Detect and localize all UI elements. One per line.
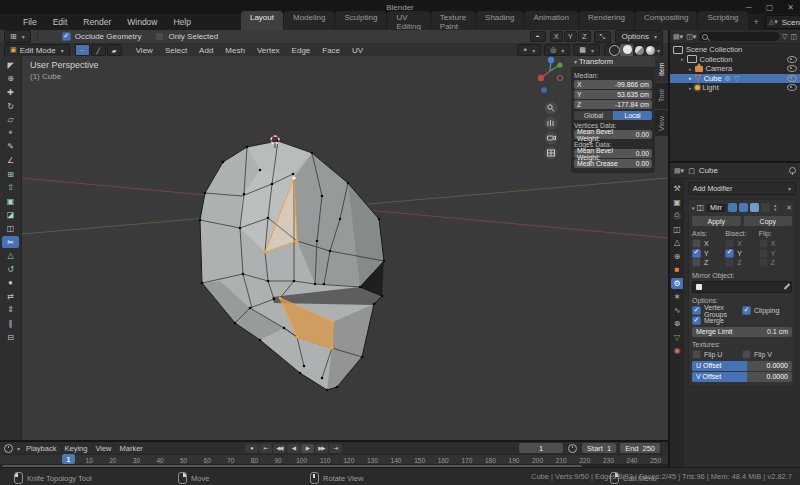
eyedropper-icon[interactable]: [784, 283, 790, 289]
mode-dropdown[interactable]: ▣ Edit Mode▾: [4, 44, 70, 57]
xray-icon[interactable]: ▩▾: [573, 44, 600, 56]
modifier-name-field[interactable]: Mirr: [706, 204, 726, 212]
mirror-y-button[interactable]: Y: [564, 31, 577, 42]
sidebar-tab-view[interactable]: View: [655, 110, 668, 136]
menu-render[interactable]: Render: [75, 17, 119, 27]
maximize-button[interactable]: ▢: [766, 3, 774, 12]
flip-u-checkbox[interactable]: [692, 350, 701, 359]
wireframe-shading-icon[interactable]: [609, 45, 620, 56]
u-offset-slider[interactable]: U Offset 0.0000: [692, 361, 792, 371]
sidebar-tab-item[interactable]: Item: [655, 56, 668, 82]
options-dropdown[interactable]: Options▾: [615, 30, 663, 43]
loop-cut-tool-button[interactable]: ◫: [2, 222, 19, 235]
overlays-icon[interactable]: ◎▾: [544, 44, 570, 56]
viewport-menu-uv[interactable]: UV: [346, 46, 369, 55]
properties-tab-material[interactable]: ◉: [671, 345, 683, 356]
vertex-groups-checkbox[interactable]: [692, 306, 701, 315]
global-button[interactable]: Global: [574, 111, 613, 120]
extrude-region-tool-button[interactable]: ⇧: [2, 181, 19, 194]
smooth-tool-button[interactable]: ●: [2, 277, 19, 290]
viewport-menu-mesh[interactable]: Mesh: [219, 46, 251, 55]
frame-start-field[interactable]: Start 1: [582, 443, 616, 453]
flip-v-checkbox[interactable]: [742, 350, 751, 359]
show-render-toggle[interactable]: [750, 203, 759, 212]
show-in-editmode-toggle[interactable]: [728, 203, 737, 212]
menu-window[interactable]: Window: [119, 17, 165, 27]
measure-tool-button[interactable]: ∠: [2, 154, 19, 167]
disclosure-icon[interactable]: ▸: [689, 66, 692, 72]
outliner-filter-mode-icon[interactable]: ◫▾: [686, 33, 696, 41]
median-z-field[interactable]: Z-177.84 cm: [574, 100, 652, 109]
axis-x-checkbox[interactable]: [692, 239, 701, 248]
outliner-row-camera[interactable]: ▸Camera: [670, 64, 800, 74]
outliner-row-light[interactable]: ▸Light: [670, 83, 800, 93]
bisect-z-checkbox[interactable]: [725, 258, 734, 267]
show-realtime-toggle[interactable]: [739, 203, 748, 212]
active-tool-icon[interactable]: ⊞▾: [4, 30, 31, 43]
properties-tab-physics[interactable]: ∿: [671, 305, 683, 316]
flip-z-checkbox[interactable]: [759, 258, 768, 267]
properties-tab-modifiers[interactable]: ⚙: [671, 278, 683, 289]
viewport-menu-vertex[interactable]: Vertex: [251, 46, 286, 55]
visibility-eye-icon[interactable]: [787, 65, 797, 72]
spin-tool-button[interactable]: ↺: [2, 263, 19, 276]
viewport-menu-view[interactable]: View: [130, 46, 159, 55]
pin-icon[interactable]: [789, 167, 796, 174]
timeline-menu-marker[interactable]: Marker: [116, 444, 147, 453]
timeline-ruler[interactable]: 1 10203040506070809010011012013014015016…: [0, 454, 668, 464]
bisect-x-checkbox[interactable]: [725, 239, 734, 248]
properties-tab-view-layer[interactable]: ◫: [671, 224, 683, 235]
play-reverse-button[interactable]: ◀: [287, 444, 300, 453]
menu-edit[interactable]: Edit: [45, 17, 76, 27]
local-button[interactable]: Local: [613, 111, 652, 120]
snap-target-icon[interactable]: ⤡: [594, 31, 612, 43]
delete-modifier-icon[interactable]: ✕: [786, 204, 792, 212]
outliner-row-collection[interactable]: ▸Collection: [670, 55, 800, 65]
properties-tab-constraints[interactable]: ⊗: [671, 318, 683, 329]
edge-slide-tool-button[interactable]: ⇄: [2, 290, 19, 303]
rip-region-tool-button[interactable]: ⊟: [2, 331, 19, 344]
scale-tool-button[interactable]: ▱: [2, 113, 19, 126]
median-y-field[interactable]: Y53.635 cm: [574, 90, 652, 99]
disclosure-icon[interactable]: ▸: [689, 85, 692, 91]
properties-tab-particles[interactable]: ∗: [671, 291, 683, 302]
median-x-field[interactable]: X-99.866 cm: [574, 80, 652, 89]
bisect-y-checkbox[interactable]: [725, 249, 734, 258]
move-modifier-down-icon[interactable]: ▼: [773, 208, 777, 212]
only-selected-checkbox[interactable]: [155, 32, 164, 41]
prev-keyframe-button[interactable]: ◀◀: [273, 444, 286, 453]
visibility-eye-icon[interactable]: [787, 84, 797, 91]
mirror-z-button[interactable]: Z: [578, 31, 591, 42]
play-button[interactable]: ▶: [301, 444, 314, 453]
sidebar-tab-tool[interactable]: Tool: [655, 83, 668, 109]
frame-end-field[interactable]: End 250: [620, 443, 660, 453]
clipping-checkbox[interactable]: [742, 306, 751, 315]
solid-shading-icon[interactable]: [623, 45, 632, 54]
poly-build-tool-button[interactable]: △: [2, 249, 19, 262]
properties-tab-scene[interactable]: △: [671, 237, 683, 248]
move-tool-button[interactable]: ✚: [2, 86, 19, 99]
mirror-object-field[interactable]: [692, 281, 792, 293]
inset-faces-tool-button[interactable]: ▣: [2, 195, 19, 208]
apply-button[interactable]: Apply: [692, 216, 741, 226]
transform-gizmo-icon[interactable]: ⌖▾: [517, 44, 541, 56]
menu-help[interactable]: Help: [165, 17, 198, 27]
properties-tab-object-data[interactable]: ▽: [671, 332, 683, 343]
timeline-menu-view[interactable]: View: [91, 444, 115, 453]
viewport-3d[interactable]: User Perspective (1) Cube: [22, 56, 668, 440]
current-frame-marker[interactable]: 1: [62, 454, 75, 464]
rotate-tool-button[interactable]: ↻: [2, 100, 19, 113]
editor-type-icon[interactable]: ▤▾: [674, 167, 684, 175]
rendered-shading-icon[interactable]: [646, 46, 655, 55]
disclosure-icon[interactable]: ▸: [681, 56, 684, 62]
properties-tab-output[interactable]: ⎙: [671, 210, 683, 221]
viewport-menu-face[interactable]: Face: [316, 46, 346, 55]
edge-select-button[interactable]: ╱: [91, 44, 106, 56]
axis-z-checkbox[interactable]: [692, 258, 701, 267]
falloff-icon[interactable]: ◓: [530, 31, 546, 42]
scene-selector[interactable]: ◬▾ Scene ▣ ✕: [765, 15, 800, 29]
add-workspace-button[interactable]: +: [748, 15, 765, 29]
viewport-menu-edge[interactable]: Edge: [286, 46, 317, 55]
shear-tool-button[interactable]: ∥: [2, 317, 19, 330]
outliner-row-cube[interactable]: ▸▽Cube⚙▽: [670, 74, 800, 84]
